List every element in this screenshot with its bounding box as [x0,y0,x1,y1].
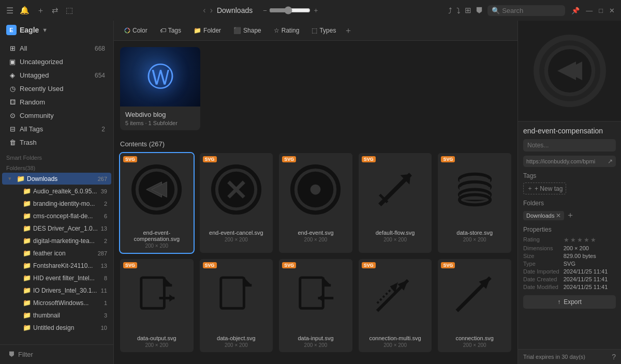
search-input[interactable] [502,7,561,14]
color-filter-button[interactable]: Color [120,25,152,36]
featured-card[interactable]: Ⓦ Webdivo blog 5 items · 1 Subfolder [120,47,200,130]
star-3[interactable]: ★ [577,236,583,244]
rating-stars: ★ ★ ★ ★ ★ [564,236,616,244]
folder-item-feather-icon[interactable]: 📁 feather icon 287 [2,247,111,259]
grid-item[interactable]: SVG data-object.svg 200 × 200 [200,259,273,353]
grid-item[interactable]: SVG connection-multi.svg 200 × [359,259,432,353]
folder-item-branding[interactable]: 📁 branding-identity-mo... 2 [2,198,111,209]
star-4[interactable]: ★ [584,236,589,244]
folder-item-hid[interactable]: 📁 HID event filter_Intel... 8 [2,272,111,284]
folder-item-audio-realtek[interactable]: 📁 Audio_realtek_6.0.95... 39 [2,185,111,197]
maximize-button[interactable]: □ [599,7,603,14]
external-link-icon[interactable]: ↗ [608,158,613,165]
all-tags-icon: ⊟ [8,125,17,133]
svg-rect-32 [300,278,323,308]
new-tag-button[interactable]: ＋ + New tag [523,183,566,194]
download-icon[interactable]: ⤵ [456,6,461,15]
grid-item[interactable]: SVG data [120,259,194,353]
smart-folders-label: Smart Folders [0,151,113,162]
folder-item-fontsharekit[interactable]: 📁 FontshareKit-24110... 13 [2,260,111,271]
toolbar: Color 🏷 Tags 📁 Folder ⬛ Shape ☆ Rating ⬚… [114,21,518,41]
minimize-button[interactable]: — [586,7,593,14]
grid-item[interactable]: SVG end-event.svg 200 × 200 [279,153,352,253]
layout-icon[interactable]: ⬚ [66,6,73,15]
gallery-area: Ⓦ Webdivo blog 5 items · 1 Subfolder Con… [114,41,518,364]
sidebar-item-trash[interactable]: 🗑 Trash [2,136,111,149]
star-2[interactable]: ★ [570,236,576,244]
grid-icon[interactable]: ⊞ [465,6,471,15]
rating-filter-button[interactable]: ☆ Rating [270,25,304,36]
svg-badge: SVG [441,156,455,162]
grid-info: data-input.svg 200 × 200 [279,332,352,352]
folder-item-downloads[interactable]: ▾ 📁 Downloads 267 [2,173,111,185]
folder-icon: 📁 [17,175,25,183]
current-folder-title: Downloads [217,6,253,14]
folder-item-io-drivers[interactable]: 📁 IO Drivers_Intel_30.1... 11 [2,284,111,296]
grid-info: end-event- compensation.svg 200 × 200 [120,226,194,253]
sidebar-item-community[interactable]: ⊙ Community [2,109,111,122]
types-filter-button[interactable]: ⬚ Types [307,25,340,36]
export-button[interactable]: ↑ Export [523,295,616,309]
grid-thumbnail: SVG [279,259,352,332]
sidebar-item-uncategorized[interactable]: ▣ Uncategorized [2,55,111,68]
folder-icon: 📁 [23,237,31,245]
dimensions-value: 200 × 200 [564,245,616,251]
folder-item-digital-marketing[interactable]: 📁 digital-marketing-tea... 2 [2,235,111,247]
properties-section-label: Properties [523,226,616,233]
forward-arrow[interactable]: › [210,6,213,15]
hamburger-icon[interactable]: ☰ [6,6,13,16]
sidebar-item-all[interactable]: ⊞ All 668 [2,42,111,55]
sidebar-item-random[interactable]: ⚃ Random [2,96,111,109]
size-label: Size [523,253,559,259]
folder-icon: 📁 [23,286,31,294]
folder-item-microsoft[interactable]: 📁 MicrosoftWindows... 1 [2,297,111,309]
sidebar-item-untagged[interactable]: ◈ Untagged 654 [2,69,111,82]
grid-item[interactable]: SVG connection.svg 200 × 200 [438,259,511,353]
folder-icon: 📁 [23,299,31,307]
svg-badge: SVG [362,262,376,268]
pin-icon[interactable]: 📌 [571,7,580,14]
star-5[interactable]: ★ [590,236,596,244]
star-1[interactable]: ★ [564,236,569,244]
grid-item[interactable]: SVG data [279,259,352,353]
remove-folder-tag-button[interactable]: ✕ [556,212,561,219]
bell-icon[interactable]: 🔔 [20,6,29,15]
folder-item-des-driver[interactable]: 📁 DES Driver_Acer_1.0... 13 [2,222,111,234]
grid-item[interactable]: SVG default-flow.svg 200 × 200 [359,153,432,253]
preview-area [518,21,621,122]
grid-item[interactable]: SVG [438,153,511,253]
zoom-out-button[interactable]: − [263,7,267,14]
grid-thumbnail: SVG [359,259,432,332]
back-arrow[interactable]: ‹ [203,6,205,15]
svg-point-11 [310,185,321,195]
grid-info: data-object.svg 200 × 200 [200,332,273,352]
close-button[interactable]: ✕ [609,7,615,14]
grid-item[interactable]: SVG end-event-cancel.svg 200 × [200,153,273,253]
tags-filter-button[interactable]: 🏷 Tags [156,25,185,36]
zoom-slider[interactable] [269,6,310,14]
help-button[interactable]: ? [612,353,616,361]
svg-rect-28 [221,278,244,308]
sidebar-item-recently-used[interactable]: ◷ Recently Used [2,82,111,95]
filter-icon[interactable]: ⛊ [476,6,483,15]
back-forward-icon[interactable]: ⇄ [52,6,58,15]
add-folder-button[interactable]: ＋ [566,210,574,221]
folder-item-cms[interactable]: 📁 cms-concept-flat-de... 6 [2,210,111,222]
grid-thumbnail: SVG [438,259,511,332]
notes-input[interactable] [523,139,616,151]
new-button[interactable]: ＋ [37,6,45,16]
svg-badge: SVG [123,156,137,162]
folder-icon: 📁 [23,249,31,257]
filter-button[interactable]: ⛊ Filter [4,348,109,361]
add-filter-button[interactable]: ＋ [344,25,352,36]
sidebar-item-all-tags[interactable]: ⊟ All Tags 2 [2,123,111,135]
shape-filter-button[interactable]: ⬛ Shape [229,25,265,36]
zoom-in-button[interactable]: ＋ [313,6,319,15]
folder-icon: 📁 [23,262,31,269]
grid-item[interactable]: SVG end-event- [120,153,194,253]
folder-item-untitled-design[interactable]: 📁 Untitled design 10 [2,322,111,333]
grid-thumbnail: SVG [200,259,273,332]
folder-item-thumbnail[interactable]: 📁 thumbnail 3 [2,309,111,321]
folder-filter-button[interactable]: 📁 Folder [189,25,225,36]
share-icon[interactable]: ⤴ [448,6,452,15]
